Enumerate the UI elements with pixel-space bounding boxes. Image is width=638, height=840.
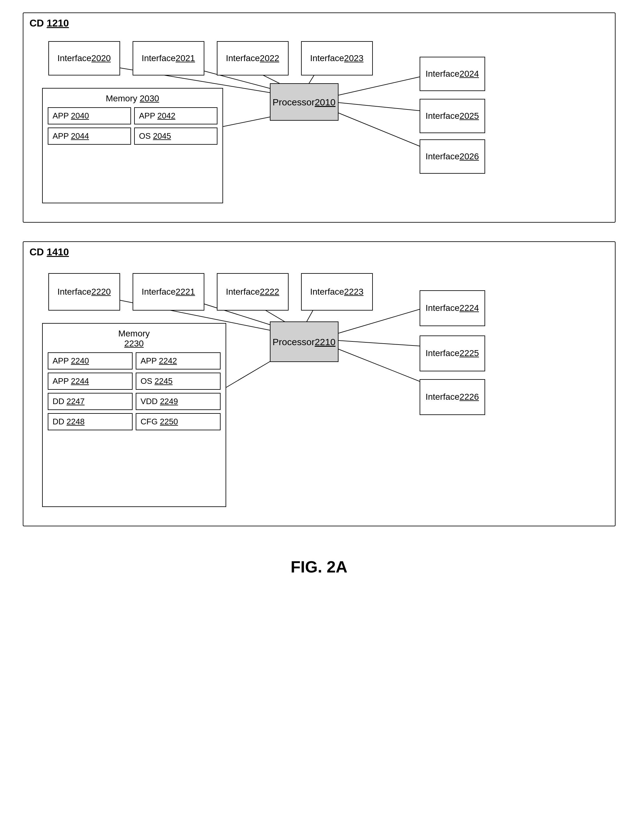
app-2042: APP 2042 bbox=[134, 107, 217, 125]
fig-label: FIG. 2A bbox=[290, 557, 347, 576]
cd2-label: CD 1410 bbox=[30, 246, 69, 258]
os-2245: OS 2245 bbox=[136, 373, 220, 390]
interface-2225: Interface2225 bbox=[420, 335, 485, 371]
processor-2010: Processor2010 bbox=[270, 83, 339, 121]
memory-grid-1: APP 2040 APP 2042 APP 2044 OS 2045 bbox=[48, 107, 217, 145]
svg-line-13 bbox=[334, 340, 426, 346]
memory-2230: Memory2230 APP 2240 APP 2242 APP 2244 OS… bbox=[42, 323, 226, 507]
memory-label-2030: Memory 2030 bbox=[48, 93, 217, 104]
diagram1-inner: Interface2020 Interface2021 Interface202… bbox=[33, 32, 606, 213]
interface-2025: Interface2025 bbox=[420, 99, 485, 133]
dd-2248: DD 2248 bbox=[48, 413, 133, 430]
interface-2024: Interface2024 bbox=[420, 57, 485, 91]
interface-2222: Interface2222 bbox=[217, 273, 288, 311]
cd1-label: CD 1210 bbox=[30, 17, 69, 29]
diagram2-inner: Interface2220 Interface2221 Interface222… bbox=[33, 261, 606, 516]
interface-2022: Interface2022 bbox=[217, 41, 288, 76]
app-2242: APP 2242 bbox=[136, 352, 220, 369]
cd1-num: 1210 bbox=[47, 17, 69, 29]
os-2045: OS 2045 bbox=[134, 128, 217, 145]
svg-line-4 bbox=[329, 76, 426, 97]
diagram2: CD 1410 Interface2220 Interface2221 Inte… bbox=[23, 242, 616, 526]
cfg-2250: CFG 2250 bbox=[136, 413, 220, 430]
app-2244: APP 2244 bbox=[48, 373, 133, 390]
memory-2030: Memory 2030 APP 2040 APP 2042 APP 2044 O… bbox=[42, 88, 223, 203]
interface-2226: Interface2226 bbox=[420, 379, 485, 415]
cd2-num: 1410 bbox=[47, 246, 69, 257]
svg-line-12 bbox=[331, 308, 426, 335]
interface-2021: Interface2021 bbox=[133, 41, 204, 76]
interface-2223: Interface2223 bbox=[301, 273, 373, 311]
dd-2247: DD 2247 bbox=[48, 393, 133, 410]
interface-2023: Interface2023 bbox=[301, 41, 373, 76]
app-2040: APP 2040 bbox=[48, 107, 131, 125]
memory-label-2230: Memory2230 bbox=[48, 328, 220, 349]
vdd-2249: VDD 2249 bbox=[136, 393, 220, 410]
diagram1: CD 1210 Interface2020 Interface2021 bbox=[23, 13, 616, 223]
interface-2020: Interface2020 bbox=[48, 41, 120, 76]
svg-line-5 bbox=[332, 102, 426, 111]
interface-2224: Interface2224 bbox=[420, 290, 485, 326]
app-2240: APP 2240 bbox=[48, 352, 133, 369]
svg-line-6 bbox=[331, 110, 426, 149]
interface-2026: Interface2026 bbox=[420, 139, 485, 174]
app-2044: APP 2044 bbox=[48, 128, 131, 145]
interface-2220: Interface2220 bbox=[48, 273, 120, 311]
memory-grid-2: APP 2240 APP 2242 APP 2244 OS 2245 DD 22… bbox=[48, 352, 220, 430]
processor-2210: Processor2210 bbox=[270, 322, 339, 362]
interface-2221: Interface2221 bbox=[133, 273, 204, 311]
svg-line-14 bbox=[332, 346, 426, 384]
